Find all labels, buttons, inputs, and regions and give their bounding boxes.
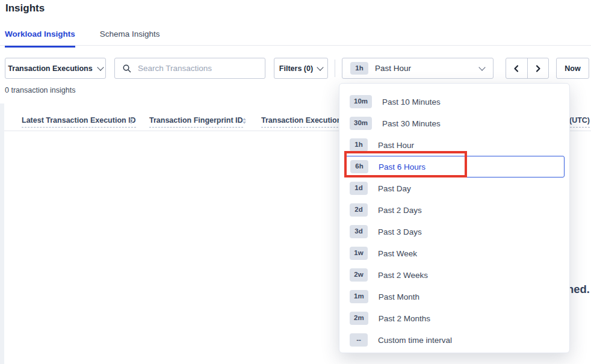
time-option-past-2-months[interactable]: 2m Past 2 Months xyxy=(339,307,569,329)
time-option-past-day[interactable]: 1d Past Day xyxy=(339,177,569,199)
workload-type-select[interactable]: Transaction Executions xyxy=(5,58,106,79)
time-option-badge: 1w xyxy=(350,247,368,260)
insights-page: Insights Workload Insights Schema Insigh… xyxy=(0,0,591,364)
time-option-label: Past Month xyxy=(379,292,419,301)
time-option-label: Custom time interval xyxy=(378,336,452,345)
time-option-label: Past 30 Minutes xyxy=(382,119,441,128)
chevron-down-icon xyxy=(478,64,485,70)
chevron-down-icon xyxy=(97,64,104,70)
time-option-badge: 6h xyxy=(350,160,368,173)
time-option-badge: 2m xyxy=(350,312,368,325)
filters-button[interactable]: Filters (0) xyxy=(274,58,328,79)
insights-count: 0 transaction insights xyxy=(5,86,75,94)
left-gutter xyxy=(0,103,4,364)
search-input[interactable] xyxy=(137,63,259,73)
time-pager xyxy=(506,58,549,79)
time-option-label: Past 2 Weeks xyxy=(378,271,428,280)
time-option-past-3-days[interactable]: 3d Past 3 Days xyxy=(339,221,569,242)
time-option-badge: -- xyxy=(350,333,368,347)
sort-desc-arrow xyxy=(243,122,246,124)
time-option-label: Past 2 Months xyxy=(379,314,430,323)
time-option-badge: 3d xyxy=(350,225,368,238)
time-option-badge: 1d xyxy=(350,182,368,195)
sort-icon[interactable] xyxy=(243,118,246,124)
filters-button-label: Filters (0) xyxy=(279,64,313,73)
tab-bar: Workload Insights Schema Insights xyxy=(0,26,591,46)
time-option-badge: 10m xyxy=(350,95,372,108)
tab-schema-insights[interactable]: Schema Insights xyxy=(100,26,160,46)
time-option-past-week[interactable]: 1w Past Week xyxy=(339,242,569,264)
time-option-past-10-minutes[interactable]: 10m Past 10 Minutes xyxy=(339,91,569,113)
time-option-custom-time-interval[interactable]: -- Custom time interval xyxy=(339,329,569,351)
time-option-past-6-hours[interactable]: 6h Past 6 Hours xyxy=(344,156,565,177)
chevron-left-icon xyxy=(513,64,520,73)
now-button[interactable]: Now xyxy=(556,58,589,79)
time-option-badge: 30m xyxy=(350,117,372,130)
time-option-label: Past Week xyxy=(378,249,417,258)
time-interval-dropdown: 10m Past 10 Minutes 30m Past 30 Minutes … xyxy=(339,83,570,353)
time-option-label: Past 2 Days xyxy=(378,206,422,215)
sort-asc-arrow xyxy=(129,118,133,120)
column-header-transaction-fingerprint-id[interactable]: Transaction Fingerprint ID xyxy=(149,116,243,128)
time-interval-label: Past Hour xyxy=(375,64,473,73)
next-interval-button[interactable] xyxy=(528,58,549,78)
sort-asc-arrow xyxy=(243,118,246,120)
time-option-past-month[interactable]: 1m Past Month xyxy=(339,286,569,307)
workload-type-select-label: Transaction Executions xyxy=(8,64,92,73)
time-option-badge: 1m xyxy=(350,290,368,303)
time-option-past-30-minutes[interactable]: 30m Past 30 Minutes xyxy=(339,113,569,134)
time-option-past-hour[interactable]: 1h Past Hour xyxy=(339,134,569,156)
time-option-label: Past Day xyxy=(378,184,411,193)
chevron-down-icon xyxy=(317,64,323,70)
page-title: Insights xyxy=(5,2,45,14)
search-icon xyxy=(123,64,131,73)
time-option-past-2-days[interactable]: 2d Past 2 Days xyxy=(339,199,569,221)
search-box xyxy=(114,58,265,79)
tab-workload-insights[interactable]: Workload Insights xyxy=(5,26,75,48)
column-header-transaction-execution[interactable]: Transaction Execution xyxy=(261,116,341,128)
time-option-label: Past 6 Hours xyxy=(379,162,425,171)
now-button-label: Now xyxy=(565,64,580,73)
time-option-label: Past 3 Days xyxy=(378,227,422,236)
time-option-past-2-weeks[interactable]: 2w Past 2 Weeks xyxy=(339,264,569,286)
sort-desc-arrow xyxy=(129,122,133,124)
toolbar-divider xyxy=(335,60,335,77)
time-option-badge: 1h xyxy=(350,138,368,152)
time-interval-select[interactable]: 1h Past Hour xyxy=(342,58,494,79)
time-option-badge: 2w xyxy=(350,268,368,282)
time-option-badge: 2d xyxy=(350,203,368,217)
sort-icon[interactable] xyxy=(129,118,133,124)
previous-interval-button[interactable] xyxy=(506,58,528,78)
time-option-label: Past Hour xyxy=(378,141,414,150)
time-interval-badge: 1h xyxy=(350,62,368,75)
time-option-label: Past 10 Minutes xyxy=(382,97,441,106)
chevron-right-icon xyxy=(534,64,542,73)
column-header-latest-transaction-execution-id[interactable]: Latest Transaction Execution ID xyxy=(22,116,136,128)
